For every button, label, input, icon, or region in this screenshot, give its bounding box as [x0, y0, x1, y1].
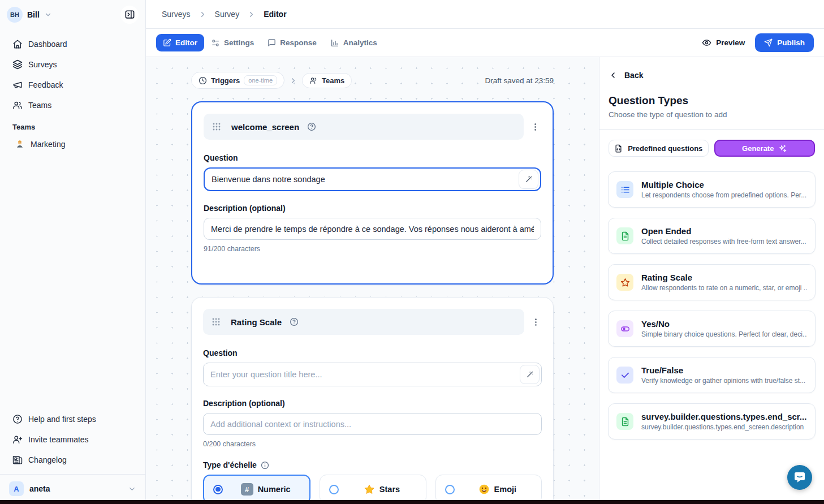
- generate-button[interactable]: Generate: [714, 140, 816, 157]
- card-drag-strip[interactable]: welcome_screen: [204, 114, 524, 140]
- wand-sparkles-icon: [525, 371, 534, 379]
- eye-icon: [702, 38, 711, 48]
- help-circle-icon[interactable]: [307, 122, 316, 131]
- description-field: Description (optional) 0/200 characters: [203, 399, 542, 448]
- description-input-wrap: [203, 413, 542, 435]
- generate-label: Generate: [742, 144, 774, 153]
- workspace-name: Bill: [27, 10, 40, 19]
- sidebar-item-feedback[interactable]: Feedback: [7, 75, 139, 94]
- sidebar-item-label: Invite teammates: [28, 435, 89, 444]
- sidebar-item-label: Help and first steps: [28, 415, 96, 424]
- description-input-wrap: [204, 218, 541, 240]
- home-icon: [12, 39, 23, 49]
- publish-label: Publish: [777, 38, 805, 47]
- clock-icon: [199, 76, 207, 85]
- type-title: Rating Scale: [641, 273, 807, 282]
- sidebar-item-teams[interactable]: Teams: [7, 96, 139, 115]
- workspace-avatar: BH: [7, 7, 23, 23]
- card-title: welcome_screen: [231, 122, 299, 132]
- preview-label: Preview: [716, 38, 745, 47]
- type-description: Collect detailed responses with free-for…: [641, 238, 806, 245]
- list-icon: [616, 181, 633, 198]
- chevron-down-icon: [44, 11, 52, 19]
- breadcrumb-survey[interactable]: Survey: [215, 10, 240, 19]
- sparkles-icon: [778, 144, 787, 153]
- triggers-chip[interactable]: Triggers one-time: [191, 72, 284, 89]
- magic-wand-button[interactable]: [520, 365, 540, 384]
- wand-sparkles-icon: [524, 175, 533, 184]
- sidebar-item-surveys[interactable]: Surveys: [7, 55, 139, 74]
- survey-editor-app: BH Bill Dashboard Surveys Feedb: [0, 0, 824, 504]
- tab-editor[interactable]: Editor: [156, 34, 204, 51]
- info-icon: [261, 461, 269, 469]
- breadcrumb-surveys[interactable]: Surveys: [162, 10, 191, 19]
- teams-chip[interactable]: Teams: [302, 73, 352, 88]
- sidebar-collapse-button[interactable]: [120, 6, 139, 24]
- account-avatar: A: [9, 481, 24, 496]
- question-card-welcome-screen[interactable]: welcome_screen Question: [191, 101, 554, 285]
- toggle-icon: [616, 320, 633, 337]
- sidebar-item-changelog[interactable]: Changelog: [7, 450, 139, 469]
- teams-section-label: Teams: [0, 115, 145, 135]
- send-icon: [764, 38, 773, 47]
- question-input[interactable]: [204, 370, 520, 379]
- sidebar-item-marketing[interactable]: Marketing: [7, 135, 139, 154]
- card-menu-button[interactable]: [530, 316, 542, 328]
- card-drag-strip[interactable]: Rating Scale: [203, 309, 524, 335]
- tab-response[interactable]: Response: [261, 34, 323, 51]
- smiley-emoji-icon: [478, 484, 490, 495]
- editor-toolbar: Editor Settings Response Analytics Previ…: [146, 29, 824, 57]
- scale-option-label: Emoji: [494, 485, 516, 494]
- tab-settings[interactable]: Settings: [204, 34, 261, 52]
- newspaper-icon: [12, 455, 23, 465]
- tab-label: Settings: [224, 38, 254, 47]
- type-card-true-false[interactable]: True/False Verify knowledge or gather op…: [608, 357, 816, 393]
- message-square-icon: [268, 38, 276, 47]
- type-card-rating-scale[interactable]: Rating Scale Allow respondents to rate o…: [608, 264, 816, 300]
- question-label: Question: [204, 153, 541, 162]
- one-time-badge: one-time: [244, 75, 277, 85]
- sidebar-item-label: Teams: [28, 101, 51, 110]
- breadcrumb-editor[interactable]: Editor: [264, 10, 286, 19]
- sidebar-item-invite[interactable]: Invite teammates: [7, 430, 139, 449]
- type-title: Yes/No: [641, 319, 807, 329]
- sidebar-item-dashboard[interactable]: Dashboard: [7, 35, 139, 54]
- survey-flow-bar: Triggers one-time Teams Draft saved at 2…: [191, 72, 554, 89]
- tab-analytics[interactable]: Analytics: [323, 34, 384, 52]
- chevron-right-icon: [199, 10, 207, 19]
- predefined-questions-button[interactable]: Predefined questions: [609, 140, 709, 157]
- number-key-icon: #: [241, 483, 253, 496]
- help-circle-icon[interactable]: [290, 317, 299, 326]
- workspace-switcher[interactable]: BH Bill: [0, 0, 145, 29]
- grip-icon: [212, 122, 223, 131]
- sidebar-item-help[interactable]: Help and first steps: [7, 410, 139, 429]
- type-title: Multiple Choice: [641, 180, 806, 189]
- card-menu-button[interactable]: [529, 121, 541, 133]
- user-plus-icon: [12, 434, 23, 445]
- radio-unchecked: [445, 485, 455, 494]
- layers-icon: [12, 59, 23, 70]
- question-types-panel: Back Question Types Choose the type of q…: [599, 57, 824, 504]
- survey-canvas: Triggers one-time Teams Draft saved at 2…: [146, 57, 599, 504]
- type-description: Let respondents choose from predefined o…: [641, 191, 806, 199]
- bar-chart-icon: [330, 38, 339, 48]
- check-icon: [616, 367, 633, 384]
- question-input[interactable]: [205, 175, 519, 184]
- magic-wand-button[interactable]: [519, 170, 538, 189]
- type-card-open-ended[interactable]: Open Ended Collect detailed responses wi…: [608, 218, 816, 254]
- description-input[interactable]: [204, 225, 541, 234]
- back-button[interactable]: Back: [599, 57, 824, 80]
- panel-right-icon: [124, 9, 135, 20]
- chat-widget-button[interactable]: [787, 465, 812, 490]
- question-card-rating-scale[interactable]: Rating Scale Question: [191, 297, 554, 504]
- type-card-multiple-choice[interactable]: Multiple Choice Let respondents choose f…: [608, 171, 816, 208]
- type-card-yes-no[interactable]: Yes/No Simple binary choice questions. P…: [608, 311, 816, 347]
- account-name: aneta: [29, 484, 50, 493]
- panel-actions: Predefined questions Generate: [599, 130, 824, 161]
- type-card-end-screen[interactable]: survey.builder.questions.types.end_scr..…: [608, 403, 816, 440]
- question-input-wrap: [203, 363, 542, 386]
- help-circle-icon: [12, 414, 23, 424]
- description-input[interactable]: [204, 420, 541, 429]
- publish-button[interactable]: Publish: [755, 33, 814, 52]
- preview-button[interactable]: Preview: [702, 38, 745, 48]
